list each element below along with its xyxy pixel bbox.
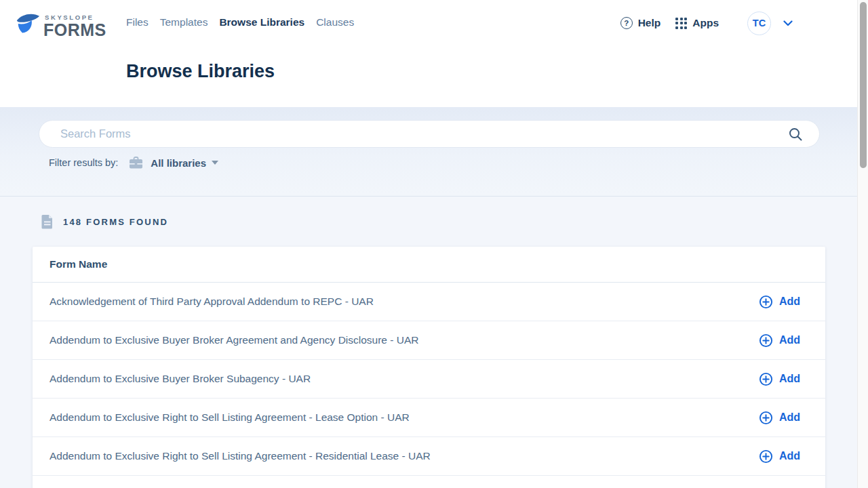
brand-skyslope: SKYSLOPE <box>45 14 106 21</box>
form-name: Addendum to Exclusive Buyer Broker Subag… <box>50 373 311 385</box>
nav-files[interactable]: Files <box>126 16 149 28</box>
header-actions: ? Help Apps TC <box>620 9 793 37</box>
library-filter-dropdown[interactable]: All libraries <box>151 157 206 169</box>
account-menu-chevron-down-icon[interactable] <box>783 20 793 26</box>
nav-clauses[interactable]: Clauses <box>316 16 354 28</box>
search-bar <box>39 120 820 148</box>
table-row: Addendum to Exclusive Buyer Broker Subag… <box>33 360 825 399</box>
table-row: Addendum to Exclusive Right to Sell List… <box>33 399 825 437</box>
plus-circle-icon <box>759 411 773 425</box>
form-name: Addendum to Exclusive Right to Sell List… <box>50 411 410 424</box>
main-nav: Files Templates Browse Libraries Clauses <box>126 16 354 28</box>
search-section: Filter results by: All libraries <box>0 107 857 197</box>
add-form-button[interactable]: Add <box>759 333 800 348</box>
form-name: Addendum to Exclusive Buyer Broker Agree… <box>50 334 418 346</box>
search-input[interactable] <box>39 121 788 147</box>
column-header-form-name: Form Name <box>50 258 107 270</box>
search-icon[interactable] <box>788 127 803 142</box>
table-row: Addendum to Exclusive Right to Sell List… <box>33 437 825 476</box>
add-form-button[interactable]: Add <box>759 372 800 386</box>
results-summary: 148 FORMS FOUND <box>41 214 168 229</box>
skyslope-swoosh-icon <box>15 12 41 38</box>
plus-circle-icon <box>759 295 773 309</box>
help-question-icon: ? <box>620 17 633 29</box>
table-header-row: Form Name <box>33 247 825 283</box>
add-form-button[interactable]: Add <box>759 449 800 464</box>
apps-grid-icon <box>675 18 687 29</box>
skyslope-forms-logo[interactable]: SKYSLOPE FORMS <box>15 12 106 39</box>
add-button-label: Add <box>779 411 800 424</box>
filter-row: Filter results by: All libraries <box>49 155 218 171</box>
table-row: Acknowledgement of Third Party Approval … <box>33 283 825 321</box>
nav-browse-libraries[interactable]: Browse Libraries <box>219 16 304 28</box>
add-button-label: Add <box>779 334 800 346</box>
app-header: SKYSLOPE FORMS Files Templates Browse Li… <box>0 0 857 107</box>
form-name: Acknowledgement of Third Party Approval … <box>50 296 374 308</box>
user-avatar[interactable]: TC <box>747 12 771 35</box>
scrollbar-thumb[interactable] <box>860 2 867 168</box>
forms-table: Form Name Acknowledgement of Third Party… <box>33 247 825 488</box>
plus-circle-icon <box>759 333 773 348</box>
add-button-label: Add <box>779 450 800 462</box>
nav-templates[interactable]: Templates <box>160 16 208 28</box>
plus-circle-icon <box>759 449 773 464</box>
document-icon <box>41 214 54 229</box>
table-row-partial <box>33 476 825 488</box>
add-button-label: Add <box>779 296 800 308</box>
apps-label: Apps <box>692 17 719 29</box>
add-button-label: Add <box>779 373 800 385</box>
apps-button[interactable]: Apps <box>660 17 719 29</box>
briefcase-icon <box>129 157 143 169</box>
plus-circle-icon <box>759 372 773 386</box>
scrollbar-track[interactable] <box>857 0 868 488</box>
add-form-button[interactable]: Add <box>759 295 800 309</box>
page-title: Browse Libraries <box>126 61 275 82</box>
help-button[interactable]: ? Help <box>620 17 661 29</box>
forms-found-count: 148 FORMS FOUND <box>63 217 168 227</box>
help-label: Help <box>638 17 661 29</box>
caret-down-icon[interactable] <box>212 161 218 165</box>
add-form-button[interactable]: Add <box>759 411 800 425</box>
table-row: Addendum to Exclusive Buyer Broker Agree… <box>33 321 825 360</box>
filter-label: Filter results by: <box>49 157 118 168</box>
form-name: Addendum to Exclusive Right to Sell List… <box>50 450 431 462</box>
brand-text: SKYSLOPE FORMS <box>43 14 106 39</box>
brand-forms: FORMS <box>43 22 106 39</box>
